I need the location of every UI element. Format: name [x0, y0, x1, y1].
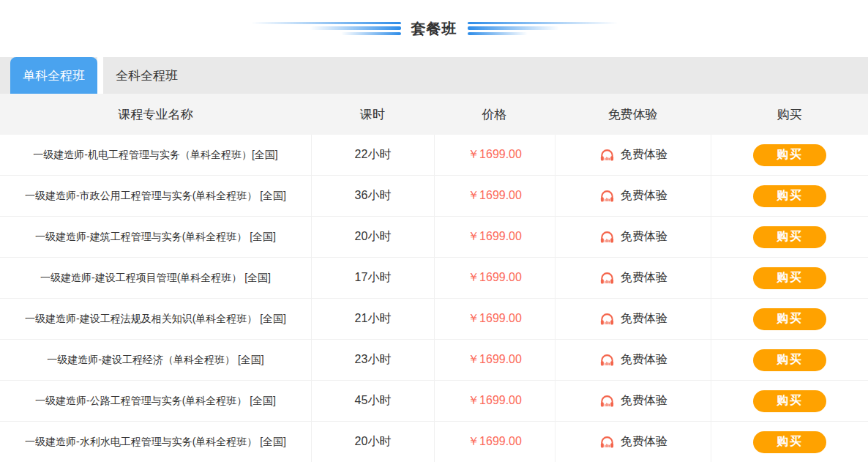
course-name: 一级建造师-建设工程经济（单科全程班） [全国]: [0, 340, 311, 380]
title-decoration-left: [251, 22, 401, 35]
free-trial-link[interactable]: 免费体验: [599, 351, 667, 368]
tab-all-subjects[interactable]: 全科全程班: [103, 57, 190, 94]
free-trial-label: 免费体验: [621, 188, 667, 204]
course-name: 一级建造师-建筑工程管理与实务(单科全程班） [全国]: [0, 217, 311, 257]
headphone-icon: [599, 310, 616, 327]
course-name: 一级建造师-市政公用工程管理与实务(单科全程班） [全国]: [0, 176, 311, 216]
free-trial-label: 免费体验: [621, 434, 667, 450]
buy-button[interactable]: 购买: [753, 185, 826, 207]
buy-button[interactable]: 购买: [753, 308, 826, 330]
buy-button[interactable]: 购买: [753, 226, 826, 248]
buy-button[interactable]: 购买: [753, 431, 826, 453]
free-trial-link[interactable]: 免费体验: [599, 228, 667, 245]
course-price: ￥1699.00: [434, 258, 555, 298]
page-title: 套餐班: [411, 19, 457, 39]
headphone-icon: [599, 269, 616, 286]
free-trial-link[interactable]: 免费体验: [599, 433, 667, 450]
headphone-icon: [599, 228, 616, 245]
course-hours: 23小时: [311, 340, 434, 380]
header-free-trial: 免费体验: [555, 106, 711, 123]
buy-button[interactable]: 购买: [753, 267, 826, 289]
buy-button[interactable]: 购买: [753, 144, 826, 166]
course-price: ￥1699.00: [434, 381, 555, 421]
course-price: ￥1699.00: [434, 422, 555, 462]
course-hours: 22小时: [311, 135, 434, 175]
free-trial-link[interactable]: 免费体验: [599, 269, 667, 286]
free-trial-label: 免费体验: [621, 229, 667, 245]
tab-bar: 单科全程班 全科全程班: [0, 57, 868, 94]
table-row: 一级建造师-水利水电工程管理与实务(单科全程班） [全国] 20小时 ￥1699…: [0, 422, 868, 462]
course-price: ￥1699.00: [434, 299, 555, 339]
table-row: 一级建造师-建设工程法规及相关知识(单科全程班） [全国] 21小时 ￥1699…: [0, 299, 868, 340]
course-name: 一级建造师-建设工程项目管理(单科全程班） [全国]: [0, 258, 311, 298]
hero-header: 套餐班: [0, 0, 868, 57]
header-hours: 课时: [311, 106, 434, 123]
course-hours: 21小时: [311, 299, 434, 339]
course-hours: 20小时: [311, 422, 434, 462]
header-course-name: 课程专业名称: [0, 106, 311, 123]
course-hours: 45小时: [311, 381, 434, 421]
table-row: 一级建造师-公路工程管理与实务(单科全程班） [全国] 45小时 ￥1699.0…: [0, 381, 868, 422]
course-hours: 36小时: [311, 176, 434, 216]
header-buy: 购买: [711, 106, 868, 123]
course-name: 一级建造师-建设工程法规及相关知识(单科全程班） [全国]: [0, 299, 311, 339]
course-price: ￥1699.00: [434, 176, 555, 216]
free-trial-link[interactable]: 免费体验: [599, 146, 667, 163]
headphone-icon: [599, 392, 616, 409]
headphone-icon: [599, 187, 616, 204]
buy-button[interactable]: 购买: [753, 390, 826, 412]
table-row: 一级建造师-市政公用工程管理与实务(单科全程班） [全国] 36小时 ￥1699…: [0, 176, 868, 217]
free-trial-link[interactable]: 免费体验: [599, 392, 667, 409]
free-trial-label: 免费体验: [621, 393, 667, 409]
free-trial-link[interactable]: 免费体验: [599, 310, 667, 327]
table-row: 一级建造师-建设工程经济（单科全程班） [全国] 23小时 ￥1699.00 免…: [0, 340, 868, 381]
free-trial-label: 免费体验: [621, 352, 667, 368]
buy-button[interactable]: 购买: [753, 349, 826, 371]
table-row: 一级建造师-建设工程项目管理(单科全程班） [全国] 17小时 ￥1699.00…: [0, 258, 868, 299]
headphone-icon: [599, 351, 616, 368]
course-price: ￥1699.00: [434, 135, 555, 175]
table-row: 一级建造师-建筑工程管理与实务(单科全程班） [全国] 20小时 ￥1699.0…: [0, 217, 868, 258]
course-name: 一级建造师-水利水电工程管理与实务(单科全程班） [全国]: [0, 422, 311, 462]
table-row: 一级建造师-机电工程管理与实务（单科全程班）[全国] 22小时 ￥1699.00…: [0, 135, 868, 176]
course-price: ￥1699.00: [434, 340, 555, 380]
free-trial-link[interactable]: 免费体验: [599, 187, 667, 204]
title-decoration-right: [468, 22, 618, 35]
course-price: ￥1699.00: [434, 217, 555, 257]
free-trial-label: 免费体验: [621, 147, 667, 163]
course-hours: 20小时: [311, 217, 434, 257]
headphone-icon: [599, 433, 616, 450]
tab-separator: [97, 57, 103, 94]
free-trial-label: 免费体验: [621, 270, 667, 286]
course-name: 一级建造师-公路工程管理与实务(单科全程班） [全国]: [0, 381, 311, 421]
headphone-icon: [599, 146, 616, 163]
header-price: 价格: [434, 106, 555, 123]
course-name: 一级建造师-机电工程管理与实务（单科全程班）[全国]: [0, 135, 311, 175]
tab-single-subject[interactable]: 单科全程班: [10, 57, 97, 94]
course-table-body: 一级建造师-机电工程管理与实务（单科全程班）[全国] 22小时 ￥1699.00…: [0, 135, 868, 462]
table-header: 课程专业名称 课时 价格 免费体验 购买: [0, 94, 868, 135]
course-hours: 17小时: [311, 258, 434, 298]
free-trial-label: 免费体验: [621, 311, 667, 327]
